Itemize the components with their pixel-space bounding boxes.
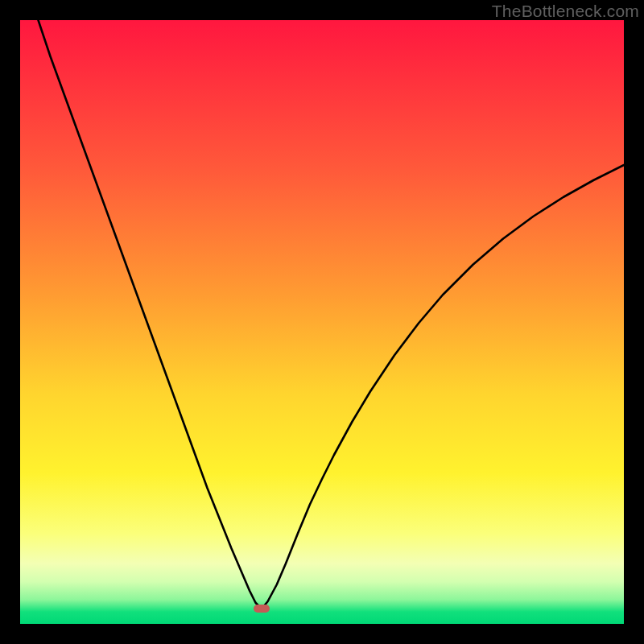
watermark-label: TheBottleneck.com <box>492 2 639 21</box>
minimum-marker <box>254 605 270 613</box>
plot-area <box>20 20 624 624</box>
bottleneck-curve <box>20 20 624 624</box>
chart-frame: TheBottleneck.com <box>0 0 644 644</box>
